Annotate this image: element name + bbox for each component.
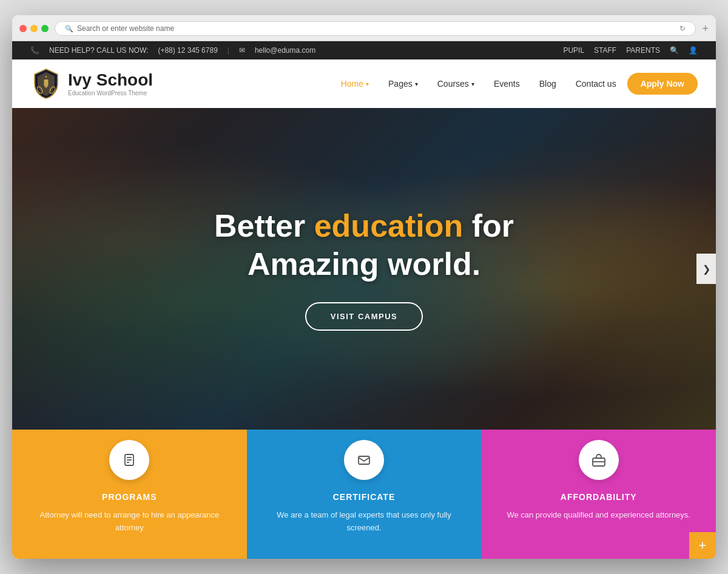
separator: | (228, 46, 229, 55)
email-icon: ✉ (239, 46, 245, 55)
maximize-dot[interactable] (41, 25, 49, 32)
user-topbar-icon[interactable]: 👤 (689, 46, 698, 55)
hero-title-part1: Better (214, 208, 314, 243)
close-dot[interactable] (19, 25, 27, 32)
browser-window: 🔍 Search or enter website name ↻ + 📞 NEE… (12, 15, 716, 559)
pupil-link[interactable]: PUPIL (563, 46, 584, 55)
programs-text: Attorney will need to arrange to hire an… (30, 509, 229, 535)
nav-contact-label: Contact us (576, 79, 616, 89)
nav-courses-label: Courses (437, 79, 469, 89)
feature-certificate: CERTIFICATE We are a team of legal exper… (247, 430, 482, 559)
email-link[interactable]: hello@eduma.com (255, 46, 315, 55)
svg-rect-7 (359, 456, 369, 464)
hero-title-line2: Amazing world. (248, 246, 480, 282)
hero-section: Better education for Amazing world. VISI… (12, 108, 716, 430)
certificate-title: CERTIFICATE (265, 492, 463, 502)
logo-icon (30, 68, 62, 100)
courses-chevron-icon: ▾ (471, 81, 474, 87)
logo-area: Ivy School Education WordPress Theme (30, 68, 153, 100)
hero-title: Better education for Amazing world. (214, 207, 514, 283)
minimize-dot[interactable] (30, 25, 38, 32)
main-nav: Ivy School Education WordPress Theme Hom… (12, 59, 716, 108)
briefcase-icon (592, 453, 606, 467)
address-text: Search or enter website name (77, 24, 174, 33)
features-section: PROGRAMS Attorney will need to arrange t… (12, 430, 716, 559)
phone-number[interactable]: (+88) 12 345 6789 (158, 46, 217, 55)
hero-title-highlight: education (314, 208, 463, 243)
top-bar-right: PUPIL STAFF PARENTS 🔍 👤 (563, 46, 698, 55)
arrow-right-icon: ❯ (703, 263, 710, 275)
affordability-icon-circle (579, 440, 619, 480)
parents-link[interactable]: PARENTS (626, 46, 660, 55)
refresh-icon[interactable]: ↻ (679, 24, 686, 33)
nav-blog[interactable]: Blog (531, 74, 565, 93)
programs-icon-circle (109, 440, 149, 480)
hero-content: Better education for Amazing world. VISI… (214, 207, 514, 331)
logo-text-area: Ivy School Education WordPress Theme (68, 71, 153, 96)
affordability-title: AFFORDABILITY (499, 492, 698, 502)
staff-link[interactable]: STAFF (594, 46, 616, 55)
hero-side-arrow[interactable]: ❯ (696, 254, 716, 284)
need-help-text: NEED HELP? CALL US NOW: (49, 46, 148, 55)
website-content: 📞 NEED HELP? CALL US NOW: (+88) 12 345 6… (12, 41, 716, 559)
document-icon (122, 453, 136, 467)
programs-title: PROGRAMS (30, 492, 229, 502)
new-tab-button[interactable]: + (702, 22, 709, 35)
search-icon: 🔍 (65, 25, 73, 33)
nav-events-label: Events (494, 79, 520, 89)
feature-programs: PROGRAMS Attorney will need to arrange t… (12, 430, 247, 559)
nav-links: Home ▾ Pages ▾ Courses ▾ Events Blog (332, 73, 698, 95)
certificate-icon-circle (344, 440, 384, 480)
address-bar[interactable]: 🔍 Search or enter website name ↻ (55, 21, 696, 36)
search-topbar-icon[interactable]: 🔍 (670, 46, 679, 55)
hero-title-part2: for (463, 208, 514, 243)
feature-affordability: AFFORDABILITY We can provide qualified a… (481, 430, 716, 559)
top-bar-left: 📞 NEED HELP? CALL US NOW: (+88) 12 345 6… (30, 46, 315, 55)
svg-rect-0 (44, 79, 49, 86)
email-icon (357, 453, 371, 467)
nav-pages-label: Pages (388, 79, 413, 89)
nav-blog-label: Blog (539, 79, 556, 89)
browser-chrome: 🔍 Search or enter website name ↻ + (12, 15, 716, 41)
apply-now-button[interactable]: Apply Now (627, 73, 698, 95)
nav-events[interactable]: Events (485, 74, 528, 93)
affordability-text: We can provide qualified and experienced… (499, 509, 698, 522)
nav-home-label: Home (341, 79, 363, 89)
home-chevron-icon: ▾ (366, 81, 369, 87)
phone-icon: 📞 (30, 46, 39, 55)
pages-chevron-icon: ▾ (415, 81, 418, 87)
logo-name: Ivy School (68, 71, 153, 90)
feature-plus-button[interactable]: + (689, 532, 716, 559)
logo-subtitle: Education WordPress Theme (68, 90, 153, 96)
certificate-text: We are a team of legal experts that uses… (265, 509, 463, 535)
nav-contact[interactable]: Contact us (567, 74, 625, 93)
nav-home[interactable]: Home ▾ (332, 74, 377, 93)
top-bar: 📞 NEED HELP? CALL US NOW: (+88) 12 345 6… (12, 41, 716, 59)
nav-courses[interactable]: Courses ▾ (429, 74, 483, 93)
browser-dots (19, 25, 49, 32)
nav-pages[interactable]: Pages ▾ (380, 74, 426, 93)
visit-campus-button[interactable]: VISIT CAMPUS (305, 302, 423, 331)
